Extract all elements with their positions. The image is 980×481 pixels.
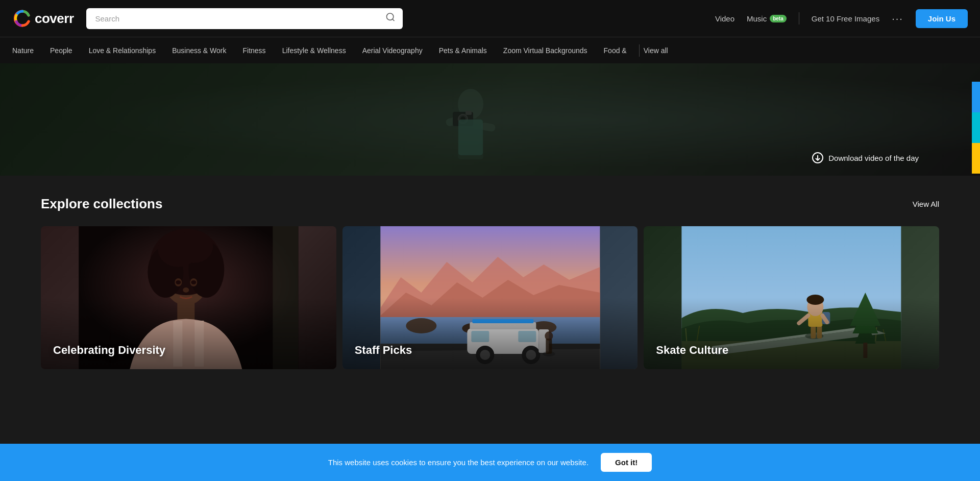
search-icon — [385, 12, 396, 22]
collection-card-diversity[interactable]: Celebrating Diversity — [41, 226, 336, 369]
cat-people[interactable]: People — [42, 46, 81, 55]
svg-rect-11 — [458, 119, 483, 155]
side-strip — [972, 82, 980, 174]
cat-lifestyle[interactable]: Lifestyle & Wellness — [274, 46, 354, 55]
card-skate-label: Skate Culture — [656, 344, 728, 357]
download-label: Download video of the day — [828, 154, 919, 162]
search-button[interactable] — [385, 12, 396, 25]
nav-music[interactable]: Music beta — [747, 14, 787, 23]
cat-fitness[interactable]: Fitness — [235, 46, 274, 55]
search-input[interactable] — [86, 8, 403, 29]
strip-yellow — [972, 143, 980, 174]
nav-free-images[interactable]: Get 10 Free Images — [812, 14, 879, 23]
music-beta-badge: beta — [770, 15, 787, 22]
svg-point-1 — [386, 13, 393, 20]
collections-view-all[interactable]: View All — [913, 200, 939, 208]
logo[interactable]: coverr — [12, 8, 74, 29]
more-button[interactable]: ··· — [892, 13, 903, 25]
card-staff-label: Staff Picks — [355, 344, 412, 357]
collections-title: Explore collections — [41, 196, 162, 212]
header-nav: Video Music beta Get 10 Free Images ··· … — [715, 9, 968, 28]
collections-header: Explore collections View All — [41, 196, 939, 212]
logo-icon — [12, 8, 33, 29]
card-diversity-label: Celebrating Diversity — [53, 344, 165, 357]
search-bar — [86, 8, 403, 29]
hero-image — [343, 63, 598, 165]
strip-cyan — [972, 112, 980, 143]
join-button[interactable]: Join Us — [916, 9, 968, 28]
collection-card-staff[interactable]: Staff Picks — [342, 226, 638, 369]
nav-video[interactable]: Video — [715, 14, 734, 23]
cat-zoom[interactable]: Zoom Virtual Backgrounds — [495, 46, 596, 55]
category-nav: Nature People Love & Relationships Busin… — [0, 37, 980, 63]
collection-card-skate[interactable]: Skate Culture — [644, 226, 939, 369]
cat-pets[interactable]: Pets & Animals — [431, 46, 495, 55]
svg-rect-10 — [465, 111, 472, 115]
download-icon — [812, 152, 823, 163]
collections-grid: Celebrating Diversity — [41, 226, 939, 369]
collections-section: Explore collections View All — [0, 176, 980, 390]
cat-aerial[interactable]: Aerial Videography — [354, 46, 431, 55]
logo-text: coverr — [35, 11, 74, 27]
cat-nav-divider — [639, 44, 640, 57]
strip-blue — [972, 82, 980, 112]
hero-section: Download video of the day — [0, 63, 980, 176]
download-arrow-icon — [815, 155, 821, 161]
cat-food[interactable]: Food & — [596, 46, 635, 55]
cat-view-all[interactable]: View all — [644, 46, 668, 55]
header-divider — [799, 12, 799, 25]
cat-business[interactable]: Business & Work — [164, 46, 234, 55]
cat-nature[interactable]: Nature — [12, 46, 42, 55]
download-video-button[interactable]: Download video of the day — [812, 152, 919, 163]
header: coverr Video Music beta Get 10 Free Imag… — [0, 0, 980, 37]
cat-love[interactable]: Love & Relationships — [81, 46, 164, 55]
